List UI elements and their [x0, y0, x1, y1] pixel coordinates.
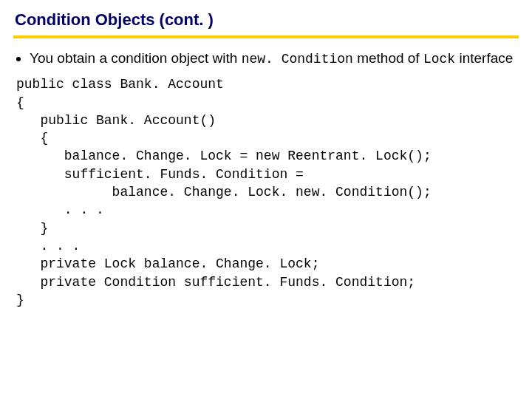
- bullet-item: You obtain a condition object with new. …: [30, 49, 519, 68]
- inline-code-lock: Lock: [423, 52, 455, 66]
- bullet-text-post: interface: [455, 50, 513, 66]
- bullet-text-mid: method of: [353, 50, 423, 66]
- slide: Condition Objects (cont. ) You obtain a …: [0, 0, 532, 399]
- code-block: public class Bank. Account { public Bank…: [16, 75, 519, 309]
- inline-code-newcondition: new. Condition: [242, 52, 353, 66]
- bullet-text-pre: You obtain a condition object with: [30, 50, 242, 66]
- bullet-list: You obtain a condition object with new. …: [13, 49, 519, 68]
- slide-title: Condition Objects (cont. ): [13, 7, 519, 38]
